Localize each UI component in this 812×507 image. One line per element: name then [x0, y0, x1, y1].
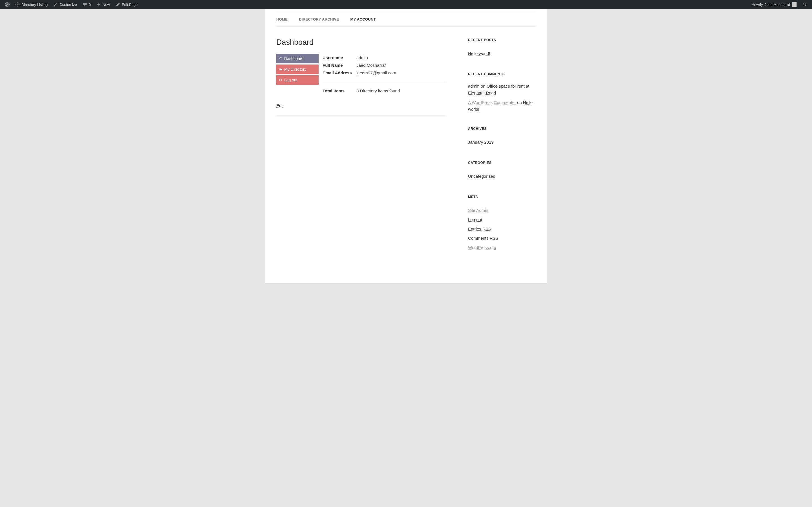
customize-link[interactable]: Customize: [50, 0, 80, 9]
archives-list: January 2019: [468, 137, 536, 147]
widget-recent-comments: RECENT COMMENTS admin on Office space fo…: [468, 72, 536, 113]
admin-bar-right: Howdy, Jaed Mosharraf: [749, 0, 810, 9]
comments-count: 0: [89, 3, 91, 7]
on-text: on: [479, 83, 487, 89]
meta-link-comments-rss[interactable]: Comments RSS: [468, 236, 499, 240]
dashboard-nav: Dashboard My Directory Log out: [276, 54, 319, 95]
widget-title-recent-comments: RECENT COMMENTS: [468, 72, 536, 76]
widget-title-categories: CATEGORIES: [468, 161, 536, 165]
pencil-icon: [116, 2, 120, 7]
edit-page-label: Edit Page: [122, 3, 138, 7]
recent-post-link[interactable]: Hello world!: [468, 51, 490, 56]
list-item: January 2019: [468, 137, 536, 147]
brush-icon: [53, 2, 58, 7]
total-value: 3 Directory items found: [356, 89, 400, 93]
email-label: Email Address: [322, 70, 356, 75]
list-item: Hello world!: [468, 49, 536, 58]
list-item: Uncategorized: [468, 172, 536, 181]
list-item: A WordPress Commenter on Hello world!: [468, 99, 536, 113]
categories-list: Uncategorized: [468, 172, 536, 181]
comment-author: admin: [468, 83, 479, 89]
dashnav-logout[interactable]: Log out: [276, 75, 319, 85]
widget-archives: ARCHIVES January 2019: [468, 127, 536, 147]
list-item: Site Admin: [468, 206, 536, 215]
howdy-label: Howdy, Jaed Mosharraf: [752, 3, 790, 7]
meta-list: Site Admin Log out Entries RSS Comments …: [468, 206, 536, 252]
edit-page-link[interactable]: Edit Page: [113, 0, 140, 9]
dashnav-dashboard-label: Dashboard: [284, 56, 304, 61]
avatar: [792, 2, 797, 7]
recent-posts-list: Hello world!: [468, 49, 536, 58]
row-email: Email Address jaedm97@gmail.com: [322, 69, 446, 76]
svg-point-1: [803, 3, 805, 5]
wp-logo[interactable]: [2, 0, 12, 9]
list-item: admin on Office space for rent at Ele­ph…: [468, 83, 536, 96]
nav-account[interactable]: MY ACCOUNT: [350, 17, 376, 21]
fullname-value: Jaed Mosharraf: [356, 63, 386, 68]
username-value: admin: [356, 55, 368, 60]
email-value: jaedm97@gmail.com: [356, 70, 396, 75]
site-name-label: Directory Listing: [21, 3, 48, 7]
meta-link-site-admin[interactable]: Site Admin: [468, 208, 488, 213]
total-suffix: Directory items found: [359, 89, 400, 93]
wordpress-icon: [5, 2, 10, 7]
site-link[interactable]: Directory Listing: [12, 0, 50, 9]
comment-icon: [83, 2, 87, 7]
meta-link-entries-rss[interactable]: Entries RSS: [468, 226, 491, 231]
dashnav-my-directory[interactable]: My Directory: [276, 64, 319, 74]
folder-icon: [279, 68, 283, 71]
logout-icon: [279, 78, 283, 82]
page-container: HOME DIRECTORY ARCHIVE MY ACCOUNT Dashbo…: [265, 9, 547, 283]
meta-link-wordpress[interactable]: WordPress.org: [468, 245, 496, 250]
nav-archive[interactable]: DIRECTORY ARCHIVE: [299, 17, 339, 21]
fullname-label: Full Name: [322, 63, 356, 68]
dashnav-my-directory-label: My Directory: [284, 67, 306, 71]
widget-title-meta: META: [468, 195, 536, 199]
search-icon: [802, 2, 807, 7]
widget-title-recent-posts: RECENT POSTS: [468, 38, 536, 42]
widget-recent-posts: RECENT POSTS Hello world!: [468, 38, 536, 58]
customize-label: Customize: [59, 3, 77, 7]
search-toggle[interactable]: [800, 0, 810, 9]
content-wrap: Dashboard Dashboard My Directory Log out: [276, 38, 536, 266]
list-item: Entries RSS: [468, 224, 536, 233]
edit-link[interactable]: Edit: [276, 103, 284, 108]
total-label: Total Items: [322, 89, 356, 93]
dashboard-wrap: Dashboard My Directory Log out Username …: [276, 54, 446, 95]
on-text: on: [516, 100, 523, 105]
plus-icon: [96, 2, 101, 7]
primary-nav: HOME DIRECTORY ARCHIVE MY ACCOUNT: [276, 12, 536, 27]
howdy-link[interactable]: Howdy, Jaed Mosharraf: [749, 0, 800, 9]
sidebar: RECENT POSTS Hello world! RECENT COMMENT…: [468, 38, 536, 266]
admin-bar: Directory Listing Customize 0 New Edit P…: [0, 0, 812, 9]
meta-link-logout[interactable]: Log out: [468, 217, 482, 222]
category-link[interactable]: Uncategorized: [468, 174, 495, 179]
list-item: Comments RSS: [468, 233, 536, 243]
recent-comments-list: admin on Office space for rent at Ele­ph…: [468, 83, 536, 113]
new-link[interactable]: New: [94, 0, 113, 9]
nav-home[interactable]: HOME: [276, 17, 288, 21]
dashboard-icon: [15, 2, 20, 7]
dashboard-body: Username admin Full Name Jaed Mosharraf …: [322, 54, 446, 95]
gauge-icon: [279, 57, 283, 60]
dashnav-logout-label: Log out: [284, 78, 297, 82]
main-column: Dashboard Dashboard My Directory Log out: [276, 38, 446, 266]
row-username: Username admin: [322, 54, 446, 61]
row-total: Total Items 3 Directory items found: [322, 87, 446, 95]
dashnav-dashboard[interactable]: Dashboard: [276, 54, 319, 63]
row-fullname: Full Name Jaed Mosharraf: [322, 61, 446, 69]
archive-link[interactable]: January 2019: [468, 140, 494, 145]
username-label: Username: [322, 55, 356, 60]
admin-bar-left: Directory Listing Customize 0 New Edit P…: [2, 0, 140, 9]
comments-link[interactable]: 0: [80, 0, 94, 9]
page-title: Dashboard: [276, 38, 446, 47]
list-item: Log out: [468, 215, 536, 224]
widget-title-archives: ARCHIVES: [468, 127, 536, 131]
new-label: New: [103, 3, 110, 7]
list-item: WordPress.org: [468, 243, 536, 252]
comment-author-link[interactable]: A WordPress Commenter: [468, 100, 516, 105]
widget-categories: CATEGORIES Uncategorized: [468, 161, 536, 181]
widget-meta: META Site Admin Log out Entries RSS Comm…: [468, 195, 536, 252]
